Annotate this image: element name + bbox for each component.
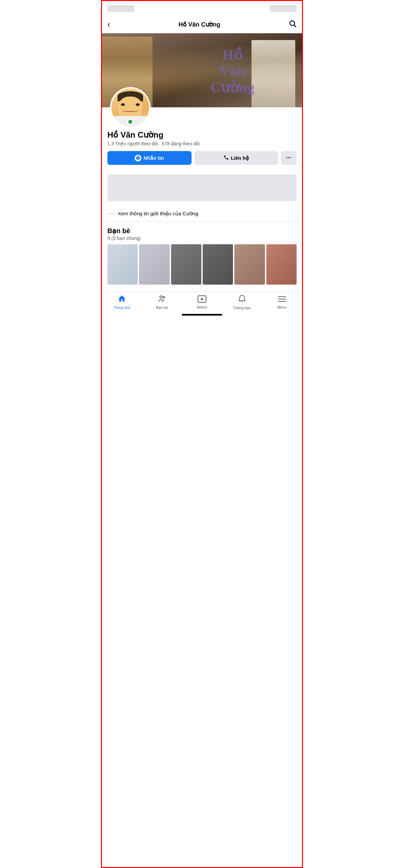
contact-button-label: Liên hệ: [231, 155, 249, 161]
nav-label-friends: Bạn bè: [156, 306, 168, 310]
nav-label-watch: Watch: [197, 305, 207, 309]
nav-label-menu: Menu: [278, 305, 287, 309]
friend-thumb-1[interactable]: [107, 244, 138, 285]
friend-thumb-3[interactable]: [171, 244, 201, 285]
placeholder-block: [107, 174, 297, 201]
svg-point-3: [163, 297, 165, 298]
notify-icon: [238, 295, 246, 305]
online-indicator: [127, 119, 133, 125]
nav-item-notify[interactable]: Thông báo: [222, 295, 262, 310]
info-row[interactable]: ··· Xem thông tin giới thiệu của Cường: [102, 205, 302, 222]
friend-thumb-4[interactable]: [203, 244, 233, 285]
search-button[interactable]: [289, 20, 297, 30]
info-text: Xem thông tin giới thiệu của Cường: [118, 211, 198, 217]
more-icon: ···: [286, 154, 291, 161]
info-dots-icon: ···: [107, 210, 114, 217]
nav-item-menu[interactable]: Menu: [262, 296, 302, 309]
friend-thumb-2[interactable]: [139, 244, 169, 285]
messenger-icon: [135, 155, 141, 161]
status-bar-right: [270, 5, 297, 12]
action-buttons: Nhắn tin Liên hệ ···: [107, 151, 297, 165]
friend-thumb-5[interactable]: [234, 244, 265, 285]
home-bar: [102, 311, 302, 317]
message-button[interactable]: Nhắn tin: [107, 151, 192, 165]
back-button[interactable]: ‹: [107, 19, 110, 30]
svg-point-2: [160, 296, 162, 298]
home-bar-line: [182, 314, 222, 316]
nav-item-home[interactable]: Trang chủ: [102, 294, 142, 310]
svg-marker-5: [201, 298, 204, 301]
nav-label-home: Trang chủ: [113, 306, 130, 310]
header: ‹ Hồ Văn Cường: [102, 16, 302, 33]
status-bar: [102, 1, 302, 16]
spacer: [102, 285, 302, 291]
profile-stats: 1,3 Triệu người theo dõi . 678 đang theo…: [107, 141, 297, 146]
home-icon: [117, 294, 126, 305]
friends-section: Bạn bè 9 (3 bạn chung): [102, 222, 302, 285]
profile-section: Hồ Văn Cường 1,3 Triệu người theo dõi . …: [102, 107, 302, 170]
menu-icon: [278, 296, 287, 304]
profile-name: Hồ Văn Cường: [107, 130, 297, 140]
friends-title: Bạn bè: [107, 227, 297, 235]
friend-thumb-6[interactable]: [266, 244, 297, 285]
cover-calligraphy: HồVănCường: [210, 38, 255, 104]
nav-label-notify: Thông báo: [233, 306, 251, 310]
watch-icon: [198, 296, 206, 304]
message-button-label: Nhắn tin: [143, 155, 164, 161]
friends-grid: [107, 244, 297, 285]
status-bar-left: [107, 5, 134, 12]
contact-button[interactable]: Liên hệ: [194, 151, 279, 165]
friends-icon: [157, 294, 166, 305]
bottom-nav: Trang chủ Bạn bè Watch: [102, 291, 302, 311]
svg-line-1: [294, 25, 296, 27]
friends-subtitle: 9 (3 bạn chung): [107, 236, 297, 241]
avatar-container: [110, 87, 150, 127]
phone-icon: [224, 155, 229, 161]
more-button[interactable]: ···: [281, 151, 297, 165]
nav-item-friends[interactable]: Bạn bè: [142, 294, 182, 310]
nav-item-watch[interactable]: Watch: [182, 296, 222, 309]
page-title: Hồ Văn Cường: [178, 21, 220, 28]
cover-figure-right: [252, 40, 295, 107]
